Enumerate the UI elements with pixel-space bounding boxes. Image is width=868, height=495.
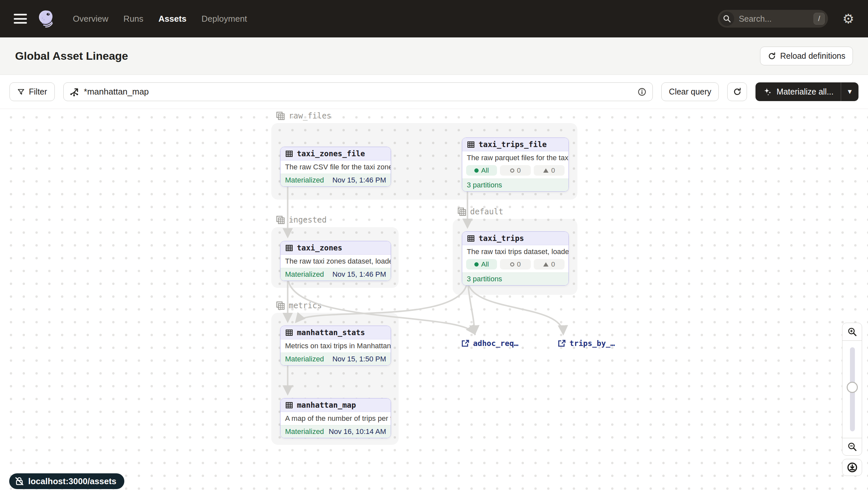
asset-status-footer: 3 partitions <box>462 178 568 191</box>
filter-button[interactable]: Filter <box>10 82 55 101</box>
asset-status-footer: Materialized Nov 15, 1:46 PM <box>281 268 391 281</box>
menu-icon[interactable] <box>14 14 27 24</box>
url-text: localhost:3000/assets <box>28 476 117 487</box>
nav-links: Overview Runs Assets Deployment <box>73 14 247 24</box>
asset-selection-input[interactable]: *manhattan_map <box>63 82 653 101</box>
asset-node-taxi-zones-file[interactable]: taxi_zones_file The raw CSV file for the… <box>280 147 391 187</box>
partitions-failed-pill[interactable]: 0 <box>500 165 531 176</box>
asset-node-taxi-trips-file[interactable]: taxi_trips_file The raw parquet files fo… <box>462 138 569 192</box>
status-badge: Materialized <box>285 270 324 279</box>
nav-runs[interactable]: Runs <box>123 14 143 24</box>
sparkle-icon <box>763 87 773 97</box>
materialize-options-caret[interactable]: ▼ <box>841 82 858 101</box>
table-icon <box>285 244 293 252</box>
materialization-timestamp: Nov 15, 1:50 PM <box>332 355 386 363</box>
zoom-out-button[interactable] <box>842 438 862 456</box>
partitions-all-pill[interactable]: All <box>466 259 497 270</box>
asset-node-manhattan-map[interactable]: manhattan_map A map of the number of tri… <box>280 398 391 438</box>
reload-definitions-button[interactable]: Reload definitions <box>760 47 853 65</box>
asset-selection-value: *manhattan_map <box>84 87 633 97</box>
asset-status-footer: Materialized Nov 15, 1:46 PM <box>281 174 391 186</box>
search-input[interactable]: Search... / <box>718 10 828 28</box>
zoom-slider[interactable] <box>842 340 862 438</box>
asset-description: A map of the number of trips per taxi z.… <box>281 412 391 425</box>
green-dot-icon <box>474 168 479 173</box>
asset-node-header: taxi_trips_file <box>462 138 568 151</box>
dagster-logo[interactable] <box>36 8 56 29</box>
status-badge: Materialized <box>285 355 324 363</box>
ring-icon <box>510 262 514 267</box>
recenter-graph-button[interactable] <box>842 459 862 476</box>
partitions-missing-pill[interactable]: 0 <box>534 259 565 270</box>
triangle-icon <box>543 262 548 267</box>
asset-node-manhattan-stats[interactable]: manhattan_stats Metrics on taxi trips in… <box>280 326 391 366</box>
materialize-all-button[interactable]: Materialize all... <box>756 82 841 101</box>
zoom-in-button[interactable] <box>842 323 862 341</box>
triangle-icon <box>543 168 548 173</box>
refresh-graph-button[interactable] <box>727 82 747 101</box>
asset-lineage-graph[interactable]: raw_files ingested default metrics <box>0 109 868 495</box>
group-label-default[interactable]: default <box>457 207 503 217</box>
nav-assets[interactable]: Assets <box>158 14 186 24</box>
group-label-ingested[interactable]: ingested <box>276 215 327 225</box>
asset-node-header: manhattan_stats <box>281 326 391 339</box>
external-asset-trips-by-week[interactable]: trips_by_… <box>558 339 615 347</box>
asset-node-header: taxi_trips <box>462 232 568 245</box>
download-center-icon <box>847 462 858 473</box>
table-icon <box>285 401 293 409</box>
zoom-in-icon <box>847 327 857 337</box>
asset-node-header: taxi_zones <box>281 241 391 255</box>
asset-description: The raw CSV file for the taxi zones dat.… <box>281 160 391 174</box>
external-link-icon <box>558 339 566 347</box>
status-badge: Materialized <box>285 176 324 185</box>
group-icon <box>276 215 285 225</box>
asset-description: The raw taxi trips dataset, loaded into … <box>462 245 568 258</box>
asset-status-footer: Materialized Nov 16, 10:14 AM <box>281 425 391 438</box>
external-asset-adhoc-request[interactable]: adhoc_req… <box>461 339 518 347</box>
asset-name: taxi_trips_file <box>479 140 547 149</box>
top-nav: Overview Runs Assets Deployment Search..… <box>0 0 868 37</box>
partitions-missing-pill[interactable]: 0 <box>534 165 565 176</box>
info-icon[interactable] <box>637 87 646 97</box>
settings-gear-icon[interactable]: ⚙ <box>843 12 854 25</box>
asset-description: The raw taxi zones dataset, loaded int..… <box>281 255 391 268</box>
asset-name: taxi_zones <box>297 243 342 252</box>
zoom-out-icon <box>847 442 857 452</box>
reload-icon <box>768 52 776 61</box>
chevron-down-icon: ▼ <box>847 88 853 96</box>
partitions-all-pill[interactable]: All <box>466 165 497 176</box>
clear-query-button[interactable]: Clear query <box>661 82 719 101</box>
refresh-icon <box>733 87 742 96</box>
nav-deployment[interactable]: Deployment <box>201 14 247 24</box>
search-placeholder: Search... <box>739 14 814 24</box>
group-label-raw-files[interactable]: raw_files <box>276 111 331 121</box>
insecure-lock-icon <box>14 476 24 486</box>
asset-node-header: taxi_zones_file <box>281 147 391 160</box>
materialize-all-split-button: Materialize all... ▼ <box>756 82 858 101</box>
materialization-timestamp: Nov 15, 1:46 PM <box>332 176 386 185</box>
partitions-failed-pill[interactable]: 0 <box>500 259 531 270</box>
zoom-slider-thumb[interactable] <box>847 382 858 393</box>
materialization-timestamp: Nov 16, 10:14 AM <box>329 427 386 436</box>
search-icon <box>720 12 734 26</box>
partition-count: 3 partitions <box>467 275 502 283</box>
group-icon <box>276 301 285 310</box>
external-link-icon <box>461 339 470 347</box>
table-icon <box>467 140 475 149</box>
table-icon <box>467 234 475 243</box>
zoom-slider-track[interactable] <box>850 347 855 431</box>
partition-health-pills: All 0 0 <box>462 258 568 272</box>
partition-count: 3 partitions <box>467 181 502 189</box>
green-dot-icon <box>474 262 479 267</box>
asset-node-taxi-zones[interactable]: taxi_zones The raw taxi zones dataset, l… <box>280 241 391 281</box>
group-label-metrics[interactable]: metrics <box>276 301 322 310</box>
asset-name: manhattan_stats <box>297 328 365 337</box>
asset-node-taxi-trips[interactable]: taxi_trips The raw taxi trips dataset, l… <box>462 232 569 286</box>
asset-name: taxi_trips <box>479 234 524 243</box>
asset-description: The raw parquet files for the taxi trips… <box>462 151 568 165</box>
lineage-icon <box>70 87 79 97</box>
nav-overview[interactable]: Overview <box>73 14 108 24</box>
table-icon <box>285 150 293 158</box>
page-title: Global Asset Lineage <box>15 50 128 62</box>
group-icon <box>457 207 467 217</box>
